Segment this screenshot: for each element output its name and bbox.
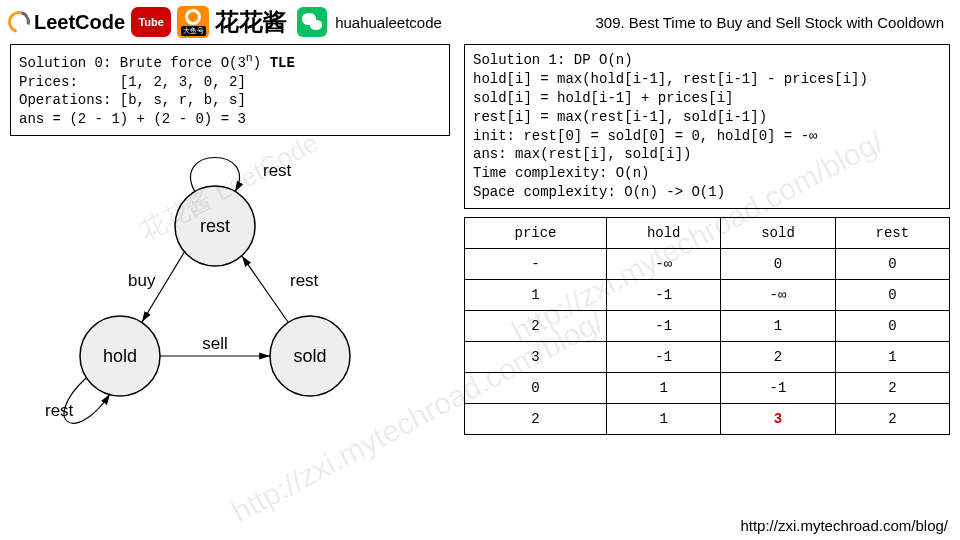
solution0-box: Solution 0: Brute force O(3n) TLE Prices… — [10, 44, 450, 136]
author-cn-name: 花花酱 — [215, 6, 287, 38]
wechat-icon — [297, 7, 327, 37]
table-cell: 3 — [465, 342, 607, 373]
edge-buy: buy — [128, 271, 156, 290]
edge-hold-self: rest — [45, 401, 74, 420]
table-cell: 0 — [835, 311, 949, 342]
table-cell: - — [465, 249, 607, 280]
table-cell: 2 — [835, 404, 949, 435]
table-cell: -1 — [721, 373, 835, 404]
table-cell: -∞ — [607, 249, 721, 280]
table-cell: 1 — [721, 311, 835, 342]
table-row: 2132 — [465, 404, 950, 435]
table-row: 1-1-∞0 — [465, 280, 950, 311]
table-cell: 2 — [465, 404, 607, 435]
footer-url: http://zxi.mytechroad.com/blog/ — [740, 517, 948, 534]
table-cell: 2 — [835, 373, 949, 404]
node-sold: sold — [293, 346, 326, 366]
leetcode-text: LeetCode — [34, 11, 125, 34]
table-cell: 1 — [835, 342, 949, 373]
problem-title: 309. Best Time to Buy and Sell Stock wit… — [595, 14, 952, 31]
table-header: hold — [607, 218, 721, 249]
leetcode-icon — [4, 7, 34, 37]
table-cell: 1 — [607, 373, 721, 404]
table-cell: -∞ — [721, 280, 835, 311]
solution1-box: Solution 1: DP O(n) hold[i] = max(hold[i… — [464, 44, 950, 209]
table-cell: 0 — [835, 280, 949, 311]
youtube-icon: Tube — [131, 7, 171, 37]
table-row: 2-110 — [465, 311, 950, 342]
header: LeetCode Tube 大鱼号 花花酱 huahualeetcode 309… — [0, 0, 960, 40]
table-cell: 1 — [465, 280, 607, 311]
dp-table: priceholdsoldrest--∞001-1-∞02-1103-12101… — [464, 217, 950, 435]
node-hold: hold — [103, 346, 137, 366]
table-cell: 0 — [465, 373, 607, 404]
table-header: sold — [721, 218, 835, 249]
table-cell: 0 — [721, 249, 835, 280]
edge-sold-rest: rest — [290, 271, 319, 290]
table-row: 01-12 — [465, 373, 950, 404]
table-cell: 0 — [835, 249, 949, 280]
table-cell: 2 — [721, 342, 835, 373]
node-rest: rest — [200, 216, 230, 236]
tle-label: TLE — [270, 55, 295, 71]
state-diagram: rest hold sold rest buy sell rest rest — [10, 146, 430, 446]
edge-rest-self: rest — [263, 161, 292, 180]
leetcode-logo: LeetCode — [8, 11, 125, 34]
table-header: rest — [835, 218, 949, 249]
dayu-icon: 大鱼号 — [177, 6, 209, 38]
table-cell: -1 — [607, 311, 721, 342]
table-cell: -1 — [607, 280, 721, 311]
table-cell: -1 — [607, 342, 721, 373]
table-cell: 3 — [721, 404, 835, 435]
table-row: --∞00 — [465, 249, 950, 280]
table-header: price — [465, 218, 607, 249]
table-row: 3-121 — [465, 342, 950, 373]
edge-sell: sell — [202, 334, 228, 353]
table-cell: 1 — [607, 404, 721, 435]
table-cell: 2 — [465, 311, 607, 342]
author-handle: huahualeetcode — [335, 14, 442, 31]
